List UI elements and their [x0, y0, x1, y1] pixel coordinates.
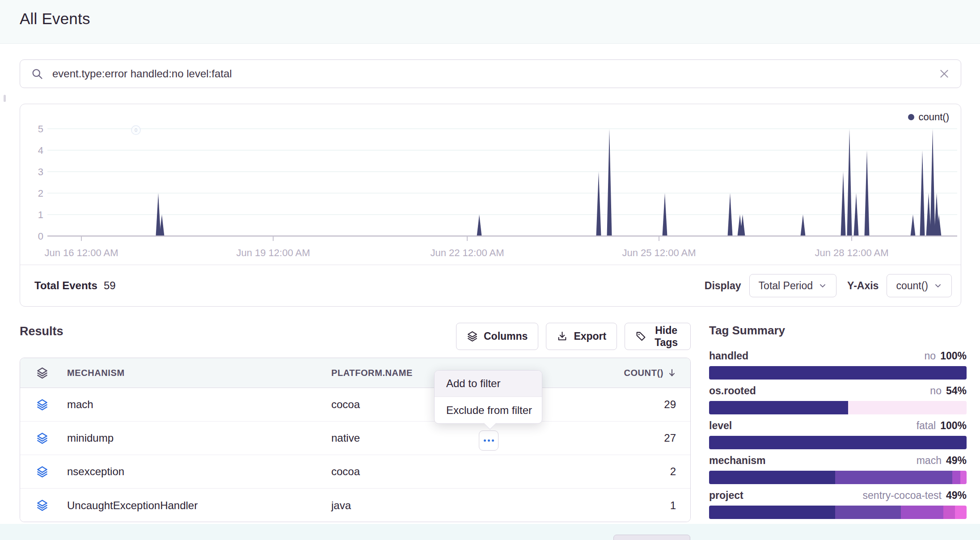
ellipsis-icon	[484, 439, 486, 442]
tag-percent: 49%	[946, 489, 967, 501]
tag-key: mechanism	[709, 455, 766, 467]
y-axis-dropdown[interactable]: count()	[887, 274, 952, 297]
svg-text:Jun 25 12:00 AM: Jun 25 12:00 AM	[622, 247, 696, 258]
chevron-down-icon	[934, 281, 942, 290]
table-row[interactable]: mach cocoa 29	[20, 388, 690, 422]
results-actions: Columns Export Hide Tags	[456, 323, 691, 350]
cell-mechanism[interactable]: minidump	[67, 432, 114, 444]
ellipsis-icon	[492, 439, 494, 442]
layers-icon	[36, 367, 48, 379]
tag-bar-segment[interactable]	[835, 471, 952, 484]
pagination-button[interactable]	[613, 535, 690, 540]
cell-count[interactable]: 27	[664, 432, 676, 444]
events-chart[interactable]: 5 4 3 2 1 0 0 Jun 16 12:00 AM Jun 19 12:…	[20, 104, 960, 265]
tag-bar[interactable]	[709, 436, 967, 449]
columns-button[interactable]: Columns	[456, 323, 538, 350]
search-input[interactable]: event.type:error handled:no level:fatal	[52, 68, 938, 80]
tag-bar-segment[interactable]	[709, 471, 835, 484]
tag-value: mach	[917, 455, 942, 466]
column-header-count[interactable]: COUNT()	[624, 368, 677, 378]
table-header-row: MECHANISM PLATFORM.NAME COUNT()	[20, 358, 690, 388]
tag-bar[interactable]	[709, 471, 967, 484]
column-header-platform[interactable]: PLATFORM.NAME	[331, 368, 413, 378]
column-header-mechanism[interactable]: MECHANISM	[67, 368, 125, 378]
results-title: Results	[20, 325, 63, 338]
tag-bar[interactable]	[709, 366, 967, 380]
tag-entry-level: level fatal100%	[709, 420, 967, 449]
chevron-down-icon	[818, 281, 827, 290]
layers-icon	[36, 499, 48, 511]
svg-text:Jun 19 12:00 AM: Jun 19 12:00 AM	[236, 247, 310, 258]
cell-platform[interactable]: cocoa	[331, 398, 360, 411]
column-header-count-label: COUNT()	[624, 368, 663, 378]
svg-text:2: 2	[38, 188, 43, 199]
tag-bar-segment[interactable]	[709, 436, 967, 449]
tag-bar-segment[interactable]	[848, 401, 967, 414]
tag-bar-segment[interactable]	[960, 471, 967, 484]
tag-bar-segment[interactable]	[952, 471, 960, 484]
cell-count[interactable]: 2	[670, 465, 676, 478]
release-bubble[interactable]: 0	[131, 126, 140, 135]
tag-bar-segment[interactable]	[709, 506, 835, 519]
svg-text:1: 1	[38, 209, 43, 220]
tag-value: no	[930, 385, 942, 397]
menu-item-add-to-filter[interactable]: Add to filter	[435, 371, 542, 397]
tag-summary-title: Tag Summary	[709, 324, 967, 338]
tag-bar[interactable]	[709, 506, 967, 519]
tag-entry-project: project sentry-cocoa-test49%	[709, 489, 967, 519]
cell-platform[interactable]: native	[331, 432, 360, 444]
tag-bar-segment[interactable]	[943, 506, 955, 519]
cell-actions-button[interactable]	[479, 430, 498, 451]
cell-platform[interactable]: java	[331, 499, 351, 512]
columns-button-label: Columns	[484, 330, 528, 342]
tag-summary-panel: Tag Summary handled no100% os.rooted no5…	[709, 324, 967, 524]
display-dropdown[interactable]: Total Period	[749, 274, 836, 297]
tag-icon	[635, 331, 646, 342]
cell-mechanism[interactable]: mach	[67, 398, 93, 411]
tag-percent: 100%	[940, 350, 967, 362]
chart-footer: Total Events 59 Display Total Period Y-A…	[20, 265, 961, 306]
svg-text:Jun 28 12:00 AM: Jun 28 12:00 AM	[815, 247, 888, 258]
tag-bar[interactable]	[709, 401, 967, 414]
cell-platform[interactable]: cocoa	[331, 465, 360, 478]
page-background-strip	[0, 524, 980, 540]
cell-mechanism[interactable]: nsexception	[67, 465, 124, 478]
clear-search-icon[interactable]	[938, 68, 950, 80]
total-events-label: Total Events	[34, 279, 97, 292]
x-axis-labels: Jun 16 12:00 AM Jun 19 12:00 AM Jun 22 1…	[44, 247, 888, 258]
tag-bar-segment[interactable]	[709, 366, 967, 380]
svg-text:Jun 22 12:00 AM: Jun 22 12:00 AM	[430, 247, 504, 258]
hide-tags-button[interactable]: Hide Tags	[625, 323, 691, 350]
tag-value: sentry-cocoa-test	[863, 489, 942, 501]
table-row[interactable]: nsexception cocoa 2	[20, 455, 690, 489]
cell-context-menu: Add to filter Exclude from filter	[434, 370, 542, 424]
tag-key: os.rooted	[709, 385, 756, 397]
export-button[interactable]: Export	[546, 323, 617, 350]
resize-handle[interactable]	[4, 95, 6, 102]
search-bar[interactable]: event.type:error handled:no level:fatal	[20, 59, 961, 88]
page-header: All Events	[0, 0, 980, 44]
ellipsis-icon	[488, 439, 490, 442]
export-button-label: Export	[574, 330, 606, 342]
layers-icon	[36, 466, 48, 478]
tag-percent: 100%	[940, 420, 967, 431]
tag-key: handled	[709, 350, 748, 362]
cell-count[interactable]: 29	[664, 398, 676, 411]
tag-bar-segment[interactable]	[955, 506, 967, 519]
tag-key: project	[709, 489, 743, 502]
svg-text:Jun 16 12:00 AM: Jun 16 12:00 AM	[44, 247, 118, 258]
tag-percent: 54%	[946, 385, 967, 397]
table-row[interactable]: minidump native 27	[20, 422, 690, 455]
tag-bar-segment[interactable]	[901, 506, 943, 519]
page-title: All Events	[20, 10, 90, 28]
table-row[interactable]: UncaughtExceptionHandler java 1	[20, 489, 690, 522]
y-axis-dropdown-value: count()	[896, 280, 928, 292]
cell-mechanism[interactable]: UncaughtExceptionHandler	[67, 499, 198, 512]
cell-count[interactable]: 1	[670, 499, 676, 512]
x-axis-ticks	[81, 236, 852, 241]
chart-gridlines	[47, 129, 957, 215]
tag-bar-segment[interactable]	[835, 506, 901, 519]
display-dropdown-value: Total Period	[759, 280, 813, 292]
svg-text:3: 3	[38, 166, 43, 177]
tag-bar-segment[interactable]	[709, 401, 848, 414]
